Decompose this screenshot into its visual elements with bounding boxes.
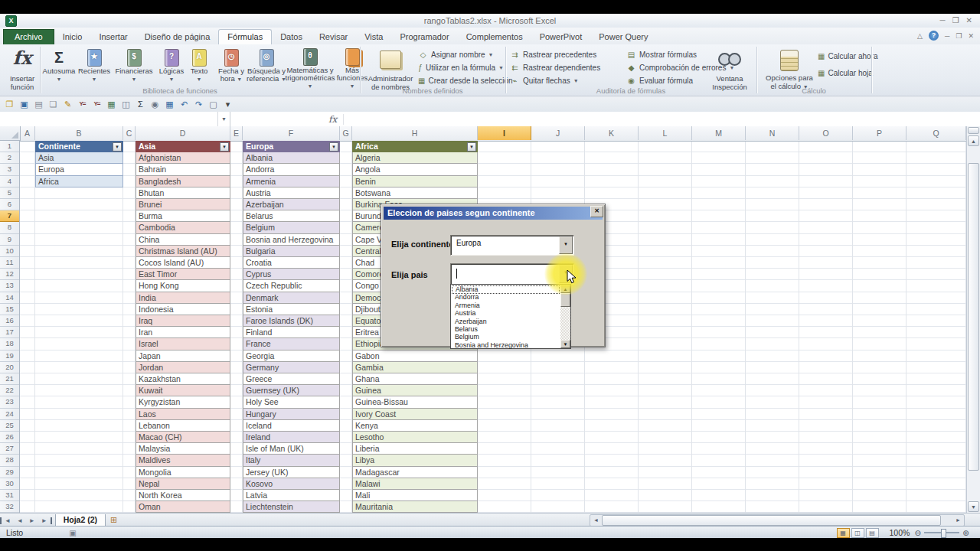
table-cell[interactable]: Belgium [243,222,340,233]
column-header-L[interactable]: L [639,126,692,140]
tab-datos[interactable]: Datos [272,30,311,44]
name-box-dropdown-icon[interactable]: ▼ [218,112,230,126]
table-header-europa[interactable]: Europa▼ [243,141,340,152]
tab-vista[interactable]: Vista [356,30,391,44]
column-header-H[interactable]: H [352,126,478,140]
table-cell[interactable]: Angola [352,164,478,175]
sheet-nav-3[interactable]: ► [38,517,52,524]
table-cell[interactable]: Liberia [352,443,478,455]
column-header-F[interactable]: F [243,126,340,140]
format-painter-icon[interactable]: ✎ [61,98,74,110]
table-cell[interactable]: Andorra [243,164,340,175]
table-cell[interactable]: Malaysia [136,443,230,455]
zoom-out-icon[interactable]: ⊖ [914,528,921,537]
row-header-26[interactable]: 26 [0,432,19,443]
record-macro-icon[interactable]: ▣ [69,529,76,537]
table-cell[interactable]: Kosovo [243,478,340,490]
table-cell[interactable]: France [243,338,340,350]
dropdown-item-bosnia-and-herzegovina[interactable]: Bosnia and Herzegovina [452,341,560,350]
table-cell[interactable]: Botswana [352,187,478,199]
table-cell[interactable]: Guernsey (UK) [243,385,340,396]
table-cell[interactable]: Iraq [136,315,230,327]
column-header-C[interactable]: C [123,126,136,140]
country-dropdown-list[interactable]: ▲ ▼ AlbaniaAndorraArmeniaAustriaAzerbaij… [450,284,571,349]
continent-dropdown-icon[interactable]: ▼ [559,236,573,254]
table-cell[interactable]: Algeria [352,152,478,164]
page-setup-icon[interactable]: ◫ [119,98,132,110]
row-header-7[interactable]: 7 [0,210,19,222]
row-header-19[interactable]: 19 [0,350,19,362]
row-header-23[interactable]: 23 [0,396,19,408]
audit-item-2[interactable]: ⌁Quitar flechas▼ [510,75,623,86]
table-cell[interactable]: Europa [35,164,123,175]
row-header-8[interactable]: 8 [0,222,19,233]
column-header-I[interactable]: I [478,126,531,140]
zoom-slider[interactable] [924,532,959,533]
table-cell[interactable]: Nepal [136,478,230,490]
table-cell[interactable]: Guinea-Bissau [352,396,478,408]
zoom-slider-thumb[interactable] [941,529,946,538]
reapply-filter-icon[interactable]: Y= [90,98,103,110]
row-header-30[interactable]: 30 [0,478,19,490]
table-cell[interactable]: Jordan [136,362,230,373]
table-cell[interactable]: Brunei [136,199,230,210]
window-controls[interactable]: ─❐✕ [940,16,972,24]
table-cell[interactable]: Armenia [243,176,340,187]
row-header-15[interactable]: 15 [0,304,19,315]
table-cell[interactable]: Japan [136,350,230,362]
table-cell[interactable]: Ireland [243,432,340,443]
dropdown-item-belgium[interactable]: Belgium [452,333,560,341]
row-header-12[interactable]: 12 [0,269,19,280]
table-cell[interactable]: Madagascar [352,467,478,478]
library-button-1[interactable]: ★Recientes ▼ [77,47,112,90]
table-header-asia[interactable]: Asia▼ [136,141,230,152]
table-cell[interactable]: Israel [136,338,230,350]
dropdown-item-azerbaijan[interactable]: Azerbaijan [452,318,560,326]
table-cell[interactable]: Mali [352,490,478,501]
insert-function-fx-button[interactable]: fx [322,114,344,125]
table-cell[interactable]: Hungary [243,409,340,420]
audit-item-1[interactable]: ⇇Rastrear dependientes [510,62,623,73]
library-button-6[interactable]: ◎Búsqueda y referencia ▼ [247,47,286,90]
undo-icon[interactable]: ↶ [178,98,191,110]
row-header-10[interactable]: 10 [0,246,19,257]
names-item-1[interactable]: ƒUtilizar en la fórmula▼ [418,62,504,73]
column-header-M[interactable]: M [692,126,746,140]
dropdown-item-austria[interactable]: Austria [452,309,560,318]
table-cell[interactable]: Albania [243,152,340,164]
table-cell[interactable]: Asia [35,152,123,164]
row-header-6[interactable]: 6 [0,199,19,210]
table-cell[interactable]: Maldives [136,455,230,466]
table-cell[interactable]: Bulgaria [243,246,340,257]
row-header-13[interactable]: 13 [0,280,19,292]
table-cell[interactable]: Cambodia [136,222,230,233]
tab-inicio[interactable]: Inicio [54,30,91,44]
table-cell[interactable]: Austria [243,187,340,199]
row-header-9[interactable]: 9 [0,234,19,246]
form-icon[interactable]: ▢ [207,98,220,110]
horizontal-scroll-thumb[interactable] [602,515,941,526]
table-cell[interactable]: Guinea [352,385,478,396]
column-header-A[interactable]: A [20,126,35,140]
table-cell[interactable]: Bahrain [136,164,230,175]
permissions-icon[interactable]: ▤ [32,98,45,110]
autosum-icon[interactable]: Σ [134,98,147,110]
column-header-D[interactable]: D [136,126,230,140]
library-button-7[interactable]: θMatemáticas y trigonométricas ▼ [288,47,332,90]
names-item-2[interactable]: ▦Crear desde la selección [418,75,504,86]
table-cell[interactable]: Christmas Island (AU) [136,246,230,257]
table-cell[interactable]: Bangladesh [136,176,230,187]
tab-powerpivot[interactable]: PowerPivot [531,30,591,44]
active-sheet-tab[interactable]: Hoja2 (2) [55,514,106,527]
row-header-24[interactable]: 24 [0,409,19,420]
sheet-nav-1[interactable]: ◄ [14,517,26,524]
scroll-down-icon[interactable]: ▼ [968,501,979,512]
library-button-2[interactable]: $Financieras ▼ [113,47,155,90]
table-cell[interactable]: Mongolia [136,467,230,478]
scroll-right-icon[interactable]: ► [953,515,963,526]
table-cell[interactable]: Greece [243,373,340,385]
row-header-21[interactable]: 21 [0,373,19,385]
zoom-level[interactable]: 100% [890,528,910,537]
dropdown-item-albania[interactable]: Albania [452,285,560,294]
workbook-controls[interactable]: △ ? ─❐✕ [917,31,974,41]
